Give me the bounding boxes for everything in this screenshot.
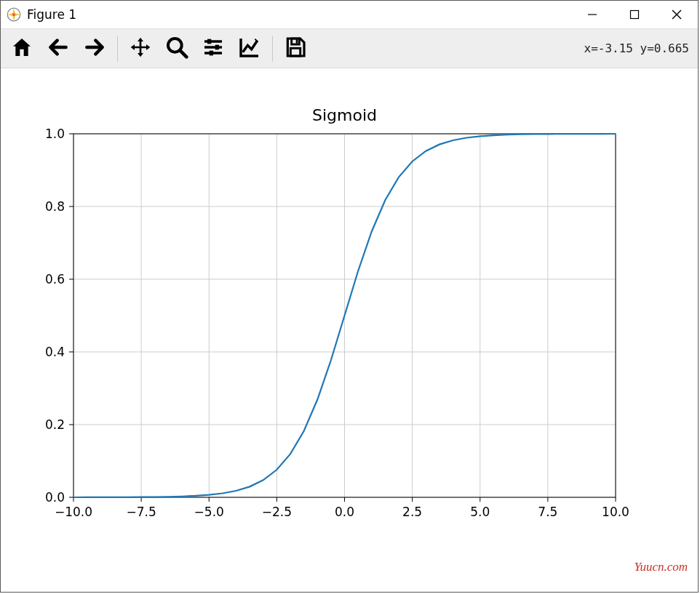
svg-line-7 xyxy=(180,50,187,57)
toolbar-separator xyxy=(272,36,273,62)
forward-button[interactable] xyxy=(78,32,111,65)
save-button[interactable] xyxy=(279,32,312,65)
y-tick-label: 0.6 xyxy=(45,272,65,286)
y-tick-label: 0.2 xyxy=(45,417,65,432)
y-tick-label: 0.8 xyxy=(45,199,65,214)
home-icon xyxy=(10,36,33,62)
title-bar: Figure 1 xyxy=(1,1,698,28)
x-tick-label: −7.5 xyxy=(126,505,156,519)
y-tick-label: 0.4 xyxy=(45,345,65,359)
arrow-right-icon xyxy=(83,36,106,62)
y-tick-label: 0.0 xyxy=(45,490,65,505)
minimize-button[interactable] xyxy=(571,1,613,28)
svg-rect-13 xyxy=(210,50,213,55)
save-icon xyxy=(284,36,307,62)
svg-point-1 xyxy=(12,13,15,16)
figure-canvas[interactable]: −10.0−7.5−5.0−2.50.02.55.07.510.00.00.20… xyxy=(1,68,698,592)
x-tick-label: −5.0 xyxy=(194,505,224,519)
pan-button[interactable] xyxy=(124,32,157,65)
svg-rect-14 xyxy=(292,39,300,44)
edit-axis-button[interactable] xyxy=(233,32,266,65)
x-tick-label: 7.5 xyxy=(538,505,557,519)
arrow-left-icon xyxy=(47,36,70,62)
chart-svg: −10.0−7.5−5.0−2.50.02.55.07.510.00.00.20… xyxy=(1,68,698,592)
configure-subplots-button[interactable] xyxy=(196,32,230,65)
window-title: Figure 1 xyxy=(27,7,76,22)
y-tick-label: 1.0 xyxy=(45,127,65,141)
x-tick-label: 0.0 xyxy=(335,505,354,519)
x-tick-label: 2.5 xyxy=(402,505,422,519)
zoom-button[interactable] xyxy=(160,32,194,65)
sliders-icon xyxy=(202,36,225,62)
x-tick-label: −2.5 xyxy=(262,505,292,519)
coordinate-readout: x=-3.15 y=0.665 xyxy=(584,41,691,55)
svg-rect-11 xyxy=(207,39,211,44)
svg-rect-12 xyxy=(215,44,219,49)
x-tick-label: 10.0 xyxy=(602,505,629,519)
axis-edit-icon xyxy=(238,36,261,62)
plot-title: Sigmoid xyxy=(312,106,377,124)
figure-window: Figure 1 xyxy=(0,0,699,593)
back-button[interactable] xyxy=(41,32,75,65)
maximize-button[interactable] xyxy=(613,1,656,28)
move-icon xyxy=(129,36,152,62)
close-button[interactable] xyxy=(656,1,698,28)
nav-toolbar: x=-3.15 y=0.665 xyxy=(1,28,698,68)
zoom-icon xyxy=(165,36,188,62)
home-button[interactable] xyxy=(5,32,39,65)
x-tick-label: 5.0 xyxy=(470,505,490,519)
x-tick-label: −10.0 xyxy=(55,505,92,519)
svg-rect-15 xyxy=(296,39,298,43)
app-icon xyxy=(7,7,21,22)
watermark: Yuucn.com xyxy=(634,560,688,574)
toolbar-separator xyxy=(117,36,118,62)
svg-rect-3 xyxy=(631,11,639,19)
